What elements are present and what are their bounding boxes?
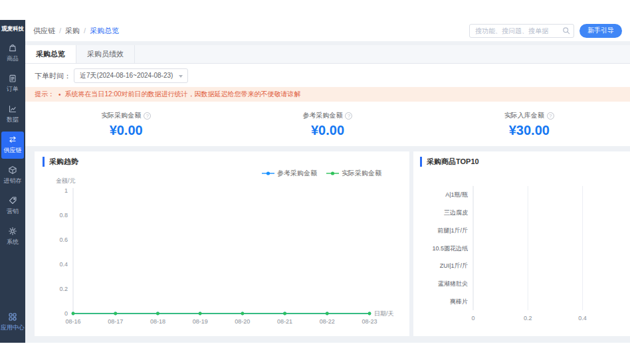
- sidebar-item-orders[interactable]: 订单: [1, 70, 24, 98]
- topbar: 供应链 / 采购 / 采购总览 新手引导: [25, 20, 630, 41]
- breadcrumb-separator: /: [59, 27, 61, 35]
- marketing-tag-icon: [8, 196, 17, 205]
- svg-text:0.8: 0.8: [59, 212, 68, 219]
- svg-text:前腿|1斤/斤: 前腿|1斤/斤: [437, 227, 468, 234]
- svg-text:0: 0: [471, 315, 474, 321]
- svg-text:0.2: 0.2: [524, 315, 532, 321]
- svg-text:0.2: 0.2: [59, 286, 68, 292]
- svg-text:08-22: 08-22: [320, 318, 335, 325]
- stat-value: ¥0.00: [227, 123, 428, 138]
- overview-section: 采购总览 采购员绩效 下单时间： 近7天(2024-08-16~2024-08-…: [25, 45, 630, 146]
- top10-panel: 采购商品TOP10 00.20.4A|1瓶/瓶三边腐皮前腿|1斤/斤10.5圆花…: [413, 151, 630, 336]
- svg-text:爽棒片: 爽棒片: [450, 298, 468, 305]
- stat-actual-inbound: 实际入库金额 ? ¥30.00: [429, 108, 630, 138]
- svg-text:08-19: 08-19: [193, 318, 208, 325]
- svg-text:金额/元: 金额/元: [56, 177, 76, 184]
- svg-text:0: 0: [64, 310, 68, 317]
- app-window: 观麦科技 商品 订单 数据 供应链: [0, 20, 630, 343]
- svg-text:08-21: 08-21: [277, 318, 292, 325]
- stat-label-text: 实际入库金额: [504, 111, 544, 120]
- legend-item[interactable]: 实际采购金额: [326, 169, 381, 178]
- stat-label: 实际入库金额 ?: [504, 111, 554, 120]
- search-input[interactable]: [469, 24, 574, 38]
- svg-text:日期/天: 日期/天: [374, 310, 394, 317]
- breadcrumb-current: 采购总览: [90, 26, 119, 36]
- svg-text:蓝潮猪肚尖: 蓝潮猪肚尖: [438, 280, 468, 287]
- sidebar-item-label: 系统: [7, 238, 19, 246]
- stat-label: 实际采购金额 ?: [101, 111, 151, 120]
- svg-text:08-17: 08-17: [108, 318, 123, 325]
- help-icon[interactable]: ?: [345, 112, 352, 120]
- svg-text:08-16: 08-16: [65, 318, 80, 325]
- sidebar: 观麦科技 商品 订单 数据 供应链: [0, 20, 25, 343]
- time-range-value: 近7天(2024-08-16~2024-08-23): [80, 72, 173, 79]
- svg-text:0.4: 0.4: [578, 315, 587, 321]
- trend-panel-title: 采购趋势: [43, 157, 401, 167]
- sidebar-item-data[interactable]: 数据: [1, 101, 24, 128]
- svg-text:A|1瓶/瓶: A|1瓶/瓶: [445, 191, 468, 198]
- svg-text:ZUI|1斤/斤: ZUI|1斤/斤: [440, 262, 468, 269]
- help-icon[interactable]: ?: [547, 112, 554, 120]
- stat-value: ¥0.00: [25, 123, 227, 138]
- sidebar-item-supply-chain[interactable]: 供应链: [1, 132, 24, 159]
- notice-bullet: •: [58, 91, 61, 98]
- breadcrumb-supply-chain[interactable]: 供应链: [33, 26, 55, 36]
- supply-chain-icon: [8, 135, 17, 144]
- tab-purchase-overview[interactable]: 采购总览: [25, 45, 76, 63]
- search-icon[interactable]: [562, 27, 570, 35]
- purchase-trend-panel: 采购趋势 参考采购金额实际采购金额 金额/元00.20.40.60.8108-1…: [35, 151, 409, 336]
- charts-row: 采购趋势 参考采购金额实际采购金额 金额/元00.20.40.60.8108-1…: [35, 151, 630, 336]
- tab-buyer-performance[interactable]: 采购员绩效: [76, 45, 135, 63]
- stat-value: ¥30.00: [429, 123, 630, 138]
- svg-text:10.5圆花边纸: 10.5圆花边纸: [432, 245, 468, 252]
- help-icon[interactable]: ?: [144, 112, 151, 120]
- svg-text:1: 1: [64, 187, 68, 194]
- svg-text:0.6: 0.6: [59, 236, 68, 243]
- sidebar-item-inventory[interactable]: 进销存: [1, 162, 24, 189]
- newbie-guide-button[interactable]: 新手引导: [579, 24, 622, 38]
- filter-row: 下单时间： 近7天(2024-08-16~2024-08-23): [25, 64, 630, 87]
- data-chart-icon: [8, 104, 17, 114]
- tabs: 采购总览 采购员绩效: [25, 45, 630, 64]
- stats-row: 实际采购金额 ? ¥0.00 参考采购金额 ? ¥0.00 实际入库金额 ?: [25, 102, 630, 146]
- search-box: [469, 24, 574, 38]
- stat-reference-purchase: 参考采购金额 ? ¥0.00: [227, 108, 428, 138]
- top10-panel-title: 采购商品TOP10: [420, 157, 623, 167]
- sidebar-item-goods[interactable]: 商品: [1, 40, 24, 67]
- breadcrumb-separator: /: [84, 27, 86, 35]
- brand-logo: 观麦科技: [1, 20, 25, 40]
- sidebar-item-marketing[interactable]: 营销: [1, 193, 24, 220]
- breadcrumb-purchase[interactable]: 采购: [65, 26, 80, 36]
- app-grid-icon: [8, 312, 17, 321]
- orders-icon: [8, 74, 17, 83]
- breadcrumb: 供应链 / 采购 / 采购总览: [33, 26, 119, 36]
- svg-text:0.4: 0.4: [59, 261, 68, 268]
- sidebar-item-label: 营销: [7, 207, 19, 216]
- sidebar-item-label: 进销存: [4, 177, 22, 185]
- order-time-label: 下单时间：: [35, 71, 71, 81]
- stat-label: 参考采购金额 ?: [302, 111, 352, 120]
- svg-text:08-23: 08-23: [362, 318, 377, 325]
- legend-item[interactable]: 参考采购金额: [262, 169, 317, 178]
- top10-bar-chart: 00.20.4A|1瓶/瓶三边腐皮前腿|1斤/斤10.5圆花边纸ZUI|1斤/斤…: [420, 168, 623, 330]
- svg-text:08-18: 08-18: [150, 318, 165, 325]
- time-range-select[interactable]: 近7天(2024-08-16~2024-08-23): [74, 68, 188, 83]
- sidebar-item-label: 商品: [7, 54, 19, 63]
- sidebar-item-system[interactable]: 系统: [1, 223, 24, 250]
- svg-text:三边腐皮: 三边腐皮: [444, 209, 468, 216]
- sidebar-item-app-center[interactable]: 应用中心: [1, 309, 24, 336]
- stat-label-text: 参考采购金额: [302, 111, 342, 120]
- trend-line-chart: 金额/元00.20.40.60.8108-1608-1708-1808-1908…: [43, 168, 401, 330]
- gear-icon: [8, 227, 17, 236]
- inventory-cube-icon: [8, 165, 17, 175]
- notice-prefix: 提示：: [35, 90, 54, 99]
- chevron-down-icon: [179, 75, 183, 78]
- sidebar-item-label: 数据: [7, 116, 19, 124]
- notice-text: 系统将在当日12:00对前日的数据进行统计，因数据延迟给您带来的不便敬请谅解: [65, 90, 301, 99]
- stat-actual-purchase: 实际采购金额 ? ¥0.00: [25, 108, 227, 138]
- stat-label-text: 实际采购金额: [101, 111, 141, 120]
- sidebar-item-label: 供应链: [4, 146, 22, 155]
- topbar-right: 新手引导: [469, 24, 622, 38]
- sidebar-item-label: 订单: [7, 85, 19, 94]
- svg-text:08-20: 08-20: [235, 318, 250, 325]
